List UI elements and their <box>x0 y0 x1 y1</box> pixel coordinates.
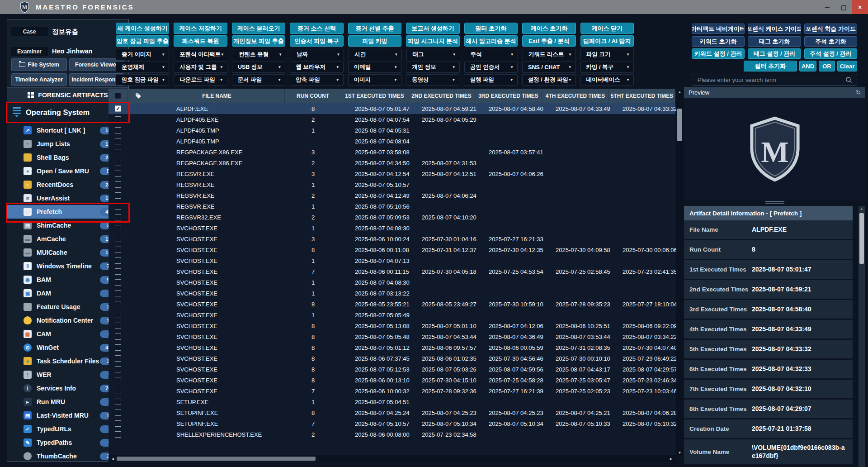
column-header[interactable]: 3RD EXECUTED TIMES <box>475 89 542 103</box>
checkbox-cell[interactable] <box>108 181 127 188</box>
filter-dropdown[interactable]: 파일 크기▼ <box>580 49 634 60</box>
checkbox-cell[interactable] <box>108 192 127 199</box>
select-all-checkbox-cell[interactable] <box>108 89 127 103</box>
filter-dropdown[interactable]: 카빙 / 복구▼ <box>580 62 634 73</box>
table-row[interactable]: REGSVR.EXE12025-08-07 05:10:57 <box>108 179 675 190</box>
panel-button[interactable]: 주석 설정 / 관리 <box>804 48 857 59</box>
row-checkbox[interactable] <box>115 225 121 231</box>
row-checkbox[interactable] <box>115 355 121 362</box>
refresh-icon[interactable]: ↻ <box>856 89 861 96</box>
action-button[interactable]: 보고서 생성하기 <box>406 23 459 34</box>
row-checkbox[interactable] <box>115 236 121 242</box>
checkbox-cell[interactable] <box>108 344 127 351</box>
minimize-button[interactable]: ─ <box>819 0 835 14</box>
checkbox-cell[interactable] <box>108 355 127 362</box>
checkbox-cell[interactable] <box>108 138 127 144</box>
action-button[interactable]: 해시 알고리즘 분석 <box>464 35 518 47</box>
action-button[interactable]: 케이스 저장하기 <box>174 23 227 34</box>
table-row[interactable]: SVCHOST.EXE82025-08-06 00:13:102025-07-3… <box>108 375 675 386</box>
table-row[interactable]: SVCHOST.EXE72025-08-06 10:00:322025-07-2… <box>108 386 675 396</box>
checkbox-cell[interactable] <box>108 171 127 177</box>
detail-scrollbar-thumb[interactable] <box>859 213 864 264</box>
table-row[interactable]: REGPACKAGE.X86.EXE22025-08-07 04:34:5020… <box>108 157 675 168</box>
row-checkbox[interactable] <box>115 247 121 253</box>
table-row[interactable]: SVCHOST.EXE32025-08-06 10:00:242025-07-3… <box>108 234 675 244</box>
nav-button[interactable]: Timeline Analyzer <box>11 73 67 86</box>
action-button[interactable]: 증거 선별 추출 <box>348 23 401 34</box>
filter-dropdown[interactable]: 이미지▼ <box>348 74 401 86</box>
table-row[interactable]: ALPDF405.TMP2025-08-07 04:08:04 <box>108 136 675 147</box>
panel-button[interactable]: 아티팩트 네비게이터 <box>692 24 745 34</box>
checkbox-cell[interactable] <box>108 225 127 231</box>
or-button[interactable]: OR <box>819 61 835 71</box>
checkbox-cell[interactable] <box>108 236 127 242</box>
action-button[interactable]: 케이스 닫기 <box>580 23 634 34</box>
action-button[interactable]: 새 케이스 생성하기 <box>116 23 169 34</box>
row-checkbox[interactable] <box>115 181 121 188</box>
filter-dropdown[interactable]: 컨텐츠 유형▼ <box>233 49 286 60</box>
row-checkbox[interactable] <box>115 192 121 199</box>
scroll-up-icon[interactable]: ▲ <box>676 90 683 94</box>
filter-dropdown[interactable]: 이메일▼ <box>348 62 401 73</box>
filter-dropdown[interactable]: 날짜▼ <box>291 49 344 60</box>
table-row[interactable]: ALPDF405.TMP12025-08-07 04:05:31 <box>108 125 675 136</box>
filter-dropdown[interactable]: SNS / CHAT▼ <box>522 62 576 73</box>
row-checkbox[interactable] <box>115 399 121 405</box>
row-checkbox[interactable] <box>115 366 121 372</box>
checkbox-cell[interactable] <box>108 377 127 383</box>
row-checkbox[interactable] <box>115 301 121 307</box>
row-checkbox[interactable] <box>115 323 121 329</box>
nav-button[interactable]: File System <box>11 58 67 71</box>
action-button[interactable]: 패스워드 복원 <box>174 35 227 47</box>
action-button[interactable]: 케이스 초기화 <box>522 23 576 34</box>
checkbox-cell[interactable] <box>108 268 127 275</box>
table-row[interactable]: SVCHOST.EXE82025-08-07 05:13:082025-08-0… <box>108 320 675 331</box>
row-checkbox[interactable] <box>115 334 121 340</box>
filter-dropdown[interactable]: 압축 파일▼ <box>290 74 343 86</box>
close-button[interactable]: × <box>852 0 868 14</box>
filter-dropdown[interactable]: 동영상▼ <box>406 74 459 86</box>
checkbox-cell[interactable] <box>108 160 127 166</box>
row-checkbox[interactable] <box>115 93 121 99</box>
horizontal-scrollbar-thumb[interactable] <box>117 457 316 461</box>
checkbox-cell[interactable] <box>108 247 127 253</box>
clear-button[interactable]: Clear <box>837 61 857 71</box>
panel-button[interactable]: 주석 초기화 <box>804 36 857 47</box>
filter-dropdown[interactable]: 암호 잠금 파일▼ <box>116 74 169 86</box>
checkbox-cell[interactable] <box>108 301 127 307</box>
checkbox-cell[interactable] <box>108 127 127 133</box>
search-icon[interactable] <box>845 76 852 83</box>
scroll-right-icon[interactable]: ► <box>669 457 673 461</box>
table-row[interactable]: SVCHOST.EXE82025-08-07 05:01:122025-08-0… <box>108 342 675 353</box>
search-input[interactable] <box>697 76 845 84</box>
checkbox-cell[interactable] <box>108 420 127 427</box>
filter-dropdown[interactable]: USB 정보▼ <box>232 62 285 73</box>
checkbox-cell[interactable] <box>108 334 127 340</box>
checkbox-cell[interactable] <box>108 257 127 264</box>
action-button[interactable]: 딥페이크 / AI 탐지 <box>580 35 634 47</box>
table-row[interactable]: ✓ALPDF.EXE82025-08-07 05:01:472025-08-07… <box>108 103 675 114</box>
row-checkbox[interactable] <box>115 127 121 133</box>
filter-dropdown[interactable]: 개인 정보▼ <box>406 62 459 73</box>
table-row[interactable]: SVCHOST.EXE12025-08-07 03:13:22 <box>108 288 675 299</box>
checkbox-cell[interactable] <box>108 366 127 372</box>
row-checkbox[interactable] <box>115 290 121 296</box>
table-row[interactable]: REGSVR32.EXE22025-08-07 05:09:532025-08-… <box>108 212 675 223</box>
scroll-left-icon[interactable]: ◄ <box>111 457 115 461</box>
row-checkbox[interactable] <box>115 377 121 383</box>
table-row[interactable]: REGSVR.EXE12025-08-07 05:10:56 <box>108 201 675 212</box>
table-row[interactable]: SVCHOST.EXE12025-08-07 04:08:30 <box>108 223 675 234</box>
panel-button[interactable]: 키워드 설정 / 관리 <box>692 48 745 59</box>
column-header[interactable]: 5THT EXECUTED TIMES <box>609 89 675 103</box>
filter-dropdown[interactable]: 데이터베이스▼ <box>580 74 634 86</box>
filter-dropdown[interactable]: 증거 이미지▼ <box>116 49 169 60</box>
filter-reset-button[interactable]: 필터 초기화 <box>744 61 797 71</box>
and-button[interactable]: AND <box>799 61 816 71</box>
table-row[interactable]: SVCHOST.EXE12025-08-07 04:07:13 <box>108 255 675 266</box>
checkbox-cell[interactable] <box>108 323 127 329</box>
table-scrollbar-thumb[interactable] <box>677 109 682 141</box>
row-checkbox[interactable] <box>115 431 121 438</box>
action-button[interactable]: 인증서 파일 복구 <box>290 35 343 47</box>
row-checkbox[interactable] <box>115 149 121 155</box>
table-vertical-scrollbar[interactable]: ▲ ▼ <box>676 89 683 456</box>
